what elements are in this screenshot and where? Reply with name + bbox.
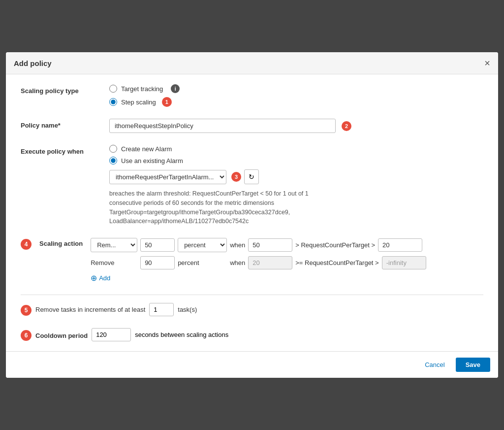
- refresh-button[interactable]: ↻: [244, 169, 259, 184]
- modal-header: Add policy ×: [6, 52, 498, 74]
- create-alarm-radio[interactable]: [109, 145, 117, 153]
- threshold-1[interactable]: [378, 238, 422, 252]
- execute-policy-content: Create new Alarm Use an existing Alarm i…: [109, 145, 483, 226]
- amount-input-2[interactable]: [140, 256, 175, 269]
- create-alarm-option: Create new Alarm: [109, 145, 483, 153]
- cooldown-badge: 6: [21, 330, 32, 341]
- add-policy-modal: Add policy × Scaling policy type Target …: [6, 52, 498, 378]
- existing-alarm-label[interactable]: Use an existing Alarm: [121, 157, 183, 165]
- unit-label-2: percent: [178, 259, 227, 266]
- add-link[interactable]: ⊕ Add: [91, 273, 426, 283]
- cooldown-input[interactable]: [92, 328, 131, 341]
- close-button[interactable]: ×: [484, 58, 490, 68]
- scaling-action-section: 4 Scaling action Rem... percent: [21, 238, 483, 283]
- tasks-unit: task(s): [178, 306, 197, 313]
- scaling-policy-type-content: Target tracking i Step scaling 1: [109, 84, 483, 107]
- when-label-2: when: [230, 259, 245, 266]
- save-button[interactable]: Save: [456, 358, 490, 372]
- scaling-policy-type-label: Scaling policy type: [21, 84, 109, 95]
- threshold-2: [382, 256, 426, 269]
- when-label-1: when: [230, 241, 245, 249]
- cancel-button[interactable]: Cancel: [419, 358, 450, 371]
- alarm-dropdown[interactable]: ithomeRequestPerTargetInAlarm...: [109, 170, 226, 184]
- cooldown-unit: seconds between scaling actions: [135, 331, 228, 338]
- scaling-row-2: Remove percent when >= RequestCountPerTa…: [91, 256, 426, 269]
- tasks-input[interactable]: [149, 303, 174, 316]
- scaling-action-label: Scaling action: [39, 238, 83, 247]
- scaling-action-badge: 4: [21, 239, 32, 250]
- tasks-badge: 5: [21, 305, 32, 316]
- policy-name-input[interactable]: [109, 119, 336, 133]
- cooldown-label: Cooldown period: [35, 330, 88, 339]
- scaling-action-rows-col: Rem... percent when > RequestCountPerTar…: [91, 238, 426, 283]
- target-tracking-label[interactable]: Target tracking: [121, 85, 163, 93]
- tasks-row: 5 Remove tasks in increments of at least…: [21, 303, 483, 316]
- existing-alarm-option: Use an existing Alarm: [109, 157, 483, 165]
- action-select-1[interactable]: Rem...: [91, 238, 137, 252]
- execute-policy-label: Execute policy when: [21, 145, 109, 155]
- policy-type-radio-group: Target tracking i Step scaling 1: [109, 84, 483, 107]
- alarm-dropdown-row: ithomeRequestPerTargetInAlarm... 3 ↻: [109, 169, 483, 184]
- tasks-label: Remove tasks in increments of at least: [35, 306, 145, 313]
- scaling-row-1: Rem... percent when > RequestCountPerTar…: [91, 238, 426, 252]
- condition-2: >= RequestCountPerTarget >: [295, 259, 378, 266]
- execute-policy-row: Execute policy when Create new Alarm Use…: [21, 145, 483, 226]
- modal-body: Scaling policy type Target tracking i St…: [6, 74, 498, 351]
- execute-policy-radio-group: Create new Alarm Use an existing Alarm: [109, 145, 483, 165]
- unit-select-1[interactable]: percent: [178, 238, 227, 252]
- target-tracking-option: Target tracking i: [109, 84, 483, 93]
- add-label[interactable]: Add: [99, 274, 110, 282]
- when-value-1[interactable]: [248, 238, 292, 252]
- policy-name-badge: 2: [342, 121, 351, 131]
- create-alarm-label[interactable]: Create new Alarm: [121, 145, 172, 153]
- alarm-description: breaches the alarm threshold: RequestCou…: [109, 189, 341, 226]
- cooldown-row: 6 Cooldown period seconds between scalin…: [21, 328, 483, 341]
- condition-1: > RequestCountPerTarget >: [295, 241, 375, 249]
- info-icon[interactable]: i: [171, 84, 180, 93]
- action-label-2: Remove: [91, 259, 137, 266]
- separator: [21, 295, 483, 295]
- scaling-action-label-col: Scaling action: [39, 238, 83, 247]
- step-scaling-radio[interactable]: [109, 98, 117, 106]
- modal-title: Add policy: [14, 59, 52, 67]
- existing-alarm-radio[interactable]: [109, 157, 117, 165]
- modal-footer: Cancel Save: [6, 351, 498, 378]
- add-icon: ⊕: [91, 273, 97, 283]
- step-scaling-option: Step scaling 1: [109, 97, 483, 107]
- target-tracking-radio[interactable]: [109, 85, 117, 93]
- policy-name-label: Policy name*: [21, 119, 109, 129]
- policy-name-row: Policy name* 2: [21, 119, 483, 133]
- modal-overlay: Add policy × Scaling policy type Target …: [0, 0, 504, 430]
- when-value-2: [248, 256, 292, 269]
- policy-name-content: 2: [109, 119, 483, 133]
- step-scaling-label[interactable]: Step scaling: [121, 99, 156, 106]
- scaling-policy-type-row: Scaling policy type Target tracking i St…: [21, 84, 483, 107]
- amount-input-1[interactable]: [140, 238, 175, 252]
- scaling-rows: Rem... percent when > RequestCountPerTar…: [91, 238, 426, 269]
- alarm-badge: 3: [231, 172, 241, 182]
- step-scaling-badge: 1: [162, 97, 172, 107]
